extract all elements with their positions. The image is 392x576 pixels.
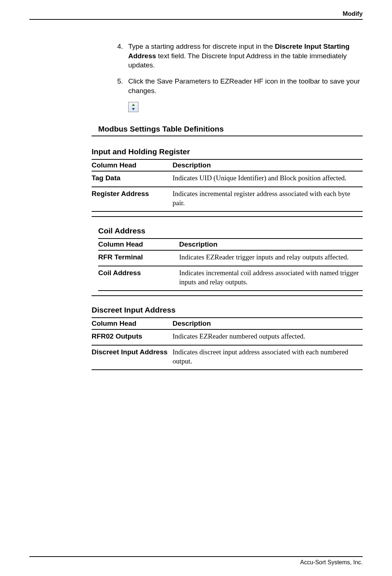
coil-address-table: Column Head Description RFR Terminal Ind…	[98, 238, 363, 291]
table-row: Coil Address Indicates incremental coil …	[98, 266, 363, 291]
th-column-head: Column Head	[92, 318, 173, 329]
th-column-head: Column Head	[98, 239, 179, 250]
step-text-pre: Click the Save Parameters to EZReader HF…	[128, 77, 360, 95]
save-parameters-icon	[128, 102, 138, 112]
discreet-input-address-table: Column Head Description RFR02 Outputs In…	[92, 317, 363, 370]
section-rule	[92, 136, 363, 136]
table-header-row: Column Head Description	[92, 159, 363, 171]
step-body: Click the Save Parameters to EZReader HF…	[128, 77, 363, 95]
cell-description: Indicates incremental coil address assoc…	[179, 266, 363, 291]
input-holding-register-table: Column Head Description Tag Data Indicat…	[92, 159, 363, 212]
th-column-head: Column Head	[92, 159, 173, 171]
table-row: RFR Terminal Indicates EZReader trigger …	[98, 250, 363, 266]
section-heading: Modbus Settings Table Definitions	[98, 125, 363, 133]
step-5: 5. Click the Save Parameters to EZReader…	[117, 77, 363, 95]
footer-company: Accu-Sort Systems, Inc.	[29, 559, 363, 566]
cell-description: Indicates EZReader trigger inputs and re…	[179, 250, 363, 266]
section-rule	[92, 295, 363, 296]
step-4: 4. Type a starting address for discrete …	[117, 42, 363, 70]
step-body: Type a starting address for discrete inp…	[128, 42, 363, 70]
step-number: 5.	[117, 77, 128, 95]
cell-description: Indicates UID (Unique Identifier) and Bl…	[173, 171, 363, 187]
table-row: Register Address Indicates incremental r…	[92, 187, 363, 211]
subsection-heading: Discreet Input Address	[92, 306, 363, 314]
table-row: RFR02 Outputs Indicates EZReader numbere…	[92, 329, 363, 345]
step-number: 4.	[117, 42, 128, 70]
footer-rule	[29, 556, 363, 557]
th-description: Description	[173, 159, 363, 171]
cell-column-head: RFR02 Outputs	[92, 329, 173, 345]
cell-column-head: Coil Address	[98, 266, 179, 291]
step-text-pre: Type a starting address for discrete inp…	[128, 43, 275, 50]
th-description: Description	[173, 318, 363, 329]
footer: Accu-Sort Systems, Inc.	[29, 556, 363, 566]
subsection-heading: Input and Holding Register	[92, 147, 363, 156]
header-title: Modify	[29, 10, 363, 19]
th-description: Description	[179, 239, 363, 250]
cell-description: Indicates discreet input address associa…	[173, 345, 363, 370]
table-row: Tag Data Indicates UID (Unique Identifie…	[92, 171, 363, 187]
cell-column-head: Register Address	[92, 187, 173, 211]
step-text-post: text field. The Discrete Input Address i…	[128, 52, 347, 69]
cell-column-head: RFR Terminal	[98, 250, 179, 266]
cell-column-head: Discreet Input Address	[92, 345, 173, 370]
table-row: Discreet Input Address Indicates discree…	[92, 345, 363, 370]
table-header-row: Column Head Description	[92, 318, 363, 329]
header-rule	[29, 19, 363, 20]
table-header-row: Column Head Description	[98, 239, 363, 250]
subsection-heading: Coil Address	[98, 226, 363, 235]
cell-description: Indicates incremental register address a…	[173, 187, 363, 211]
section-rule	[92, 216, 363, 217]
cell-column-head: Tag Data	[92, 171, 173, 187]
save-icon-row	[128, 102, 363, 114]
cell-description: Indicates EZReader numbered outputs affe…	[173, 329, 363, 345]
